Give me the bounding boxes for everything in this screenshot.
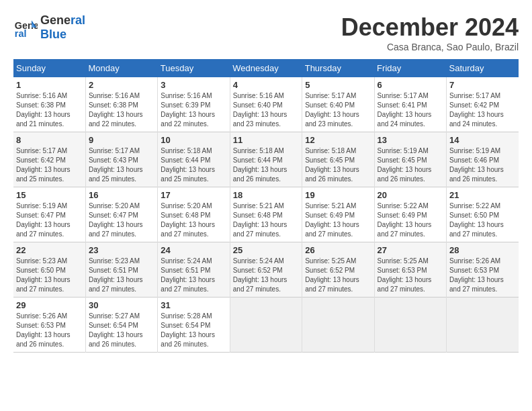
day-number: 26: [305, 245, 371, 255]
col-header-thursday: Thursday: [302, 59, 374, 77]
day-number: 14: [449, 135, 516, 145]
calendar-cell: 30 Sunrise: 5:27 AMSunset: 6:54 PMDaylig…: [85, 298, 157, 353]
day-detail: Sunrise: 5:17 AMSunset: 6:40 PMDaylight:…: [305, 91, 371, 129]
week-row-2: 8 Sunrise: 5:17 AMSunset: 6:42 PMDayligh…: [13, 132, 519, 187]
calendar-cell: 14 Sunrise: 5:19 AMSunset: 6:46 PMDaylig…: [447, 132, 519, 187]
day-number: 19: [305, 190, 371, 200]
calendar-table: SundayMondayTuesdayWednesdayThursdayFrid…: [13, 59, 519, 353]
day-detail: Sunrise: 5:18 AMSunset: 6:44 PMDaylight:…: [161, 146, 226, 184]
day-detail: Sunrise: 5:26 AMSunset: 6:53 PMDaylight:…: [16, 312, 83, 349]
calendar-cell: 25 Sunrise: 5:24 AMSunset: 6:52 PMDaylig…: [230, 242, 302, 298]
calendar-cell: 18 Sunrise: 5:21 AMSunset: 6:48 PMDaylig…: [230, 187, 302, 242]
calendar-cell: 16 Sunrise: 5:20 AMSunset: 6:47 PMDaylig…: [85, 187, 157, 242]
day-detail: Sunrise: 5:24 AMSunset: 6:51 PMDaylight:…: [161, 257, 226, 294]
day-number: 9: [89, 135, 154, 145]
day-number: 25: [233, 245, 299, 255]
day-detail: Sunrise: 5:22 AMSunset: 6:50 PMDaylight:…: [449, 201, 516, 239]
day-detail: Sunrise: 5:16 AMSunset: 6:39 PMDaylight:…: [161, 91, 226, 129]
day-detail: Sunrise: 5:24 AMSunset: 6:52 PMDaylight:…: [233, 257, 299, 294]
calendar-cell: 15 Sunrise: 5:19 AMSunset: 6:47 PMDaylig…: [13, 187, 85, 242]
day-detail: Sunrise: 5:25 AMSunset: 6:53 PMDaylight:…: [378, 257, 443, 294]
week-row-1: 1 Sunrise: 5:16 AMSunset: 6:38 PMDayligh…: [13, 77, 519, 132]
calendar-cell: 22 Sunrise: 5:23 AMSunset: 6:50 PMDaylig…: [13, 242, 85, 298]
day-detail: Sunrise: 5:16 AMSunset: 6:40 PMDaylight:…: [233, 91, 299, 129]
logo-icon: Gene ral: [13, 15, 38, 40]
calendar-cell: 12 Sunrise: 5:18 AMSunset: 6:45 PMDaylig…: [302, 132, 374, 187]
col-header-saturday: Saturday: [447, 59, 519, 77]
calendar-cell: 3 Sunrise: 5:16 AMSunset: 6:39 PMDayligh…: [158, 77, 230, 132]
calendar-cell: 9 Sunrise: 5:17 AMSunset: 6:43 PMDayligh…: [85, 132, 157, 187]
day-number: 24: [161, 245, 226, 255]
calendar-cell: 8 Sunrise: 5:17 AMSunset: 6:42 PMDayligh…: [13, 132, 85, 187]
day-detail: Sunrise: 5:21 AMSunset: 6:48 PMDaylight:…: [233, 201, 299, 239]
day-detail: Sunrise: 5:22 AMSunset: 6:49 PMDaylight:…: [378, 201, 443, 239]
day-number: 29: [16, 300, 83, 310]
day-detail: Sunrise: 5:20 AMSunset: 6:48 PMDaylight:…: [161, 201, 226, 239]
day-number: 12: [305, 135, 371, 145]
day-number: 3: [161, 80, 226, 90]
calendar-cell: 7 Sunrise: 5:17 AMSunset: 6:42 PMDayligh…: [447, 77, 519, 132]
day-detail: Sunrise: 5:16 AMSunset: 6:38 PMDaylight:…: [16, 91, 83, 129]
calendar-cell: 13 Sunrise: 5:19 AMSunset: 6:45 PMDaylig…: [374, 132, 446, 187]
calendar-cell: [230, 298, 302, 353]
calendar-cell: 19 Sunrise: 5:21 AMSunset: 6:49 PMDaylig…: [302, 187, 374, 242]
calendar-cell: 24 Sunrise: 5:24 AMSunset: 6:51 PMDaylig…: [158, 242, 230, 298]
day-number: 23: [89, 245, 154, 255]
col-header-wednesday: Wednesday: [230, 59, 302, 77]
day-number: 16: [89, 190, 154, 200]
day-detail: Sunrise: 5:25 AMSunset: 6:52 PMDaylight:…: [305, 257, 371, 294]
calendar-cell: 21 Sunrise: 5:22 AMSunset: 6:50 PMDaylig…: [447, 187, 519, 242]
day-detail: Sunrise: 5:17 AMSunset: 6:41 PMDaylight:…: [378, 91, 443, 129]
day-number: 30: [89, 300, 154, 310]
day-detail: Sunrise: 5:18 AMSunset: 6:45 PMDaylight:…: [305, 146, 371, 184]
day-number: 27: [378, 245, 443, 255]
calendar-cell: 6 Sunrise: 5:17 AMSunset: 6:41 PMDayligh…: [374, 77, 446, 132]
calendar-cell: 26 Sunrise: 5:25 AMSunset: 6:52 PMDaylig…: [302, 242, 374, 298]
day-detail: Sunrise: 5:18 AMSunset: 6:44 PMDaylight:…: [233, 146, 299, 184]
day-number: 22: [16, 245, 83, 255]
calendar-cell: 5 Sunrise: 5:17 AMSunset: 6:40 PMDayligh…: [302, 77, 374, 132]
day-detail: Sunrise: 5:19 AMSunset: 6:46 PMDaylight:…: [449, 146, 516, 184]
day-detail: Sunrise: 5:19 AMSunset: 6:47 PMDaylight:…: [16, 201, 83, 239]
week-row-5: 29 Sunrise: 5:26 AMSunset: 6:53 PMDaylig…: [13, 298, 519, 353]
day-detail: Sunrise: 5:23 AMSunset: 6:51 PMDaylight:…: [89, 257, 154, 294]
logo-line2: Blue: [40, 28, 85, 42]
calendar-cell: [302, 298, 374, 353]
week-row-4: 22 Sunrise: 5:23 AMSunset: 6:50 PMDaylig…: [13, 242, 519, 298]
calendar-cell: 2 Sunrise: 5:16 AMSunset: 6:38 PMDayligh…: [85, 77, 157, 132]
col-header-friday: Friday: [374, 59, 446, 77]
page-header: Gene ral General Blue December 2024 Casa…: [13, 13, 519, 52]
day-number: 5: [305, 80, 371, 90]
day-number: 21: [449, 190, 516, 200]
calendar-cell: 10 Sunrise: 5:18 AMSunset: 6:44 PMDaylig…: [158, 132, 230, 187]
day-number: 31: [161, 300, 226, 310]
col-header-monday: Monday: [85, 59, 157, 77]
col-header-sunday: Sunday: [13, 59, 85, 77]
day-detail: Sunrise: 5:17 AMSunset: 6:42 PMDaylight:…: [449, 91, 516, 129]
day-detail: Sunrise: 5:19 AMSunset: 6:45 PMDaylight:…: [378, 146, 443, 184]
calendar-cell: 31 Sunrise: 5:28 AMSunset: 6:54 PMDaylig…: [158, 298, 230, 353]
day-number: 2: [89, 80, 154, 90]
calendar-cell: 17 Sunrise: 5:20 AMSunset: 6:48 PMDaylig…: [158, 187, 230, 242]
day-number: 10: [161, 135, 226, 145]
day-number: 15: [16, 190, 83, 200]
week-row-3: 15 Sunrise: 5:19 AMSunset: 6:47 PMDaylig…: [13, 187, 519, 242]
calendar-cell: 23 Sunrise: 5:23 AMSunset: 6:51 PMDaylig…: [85, 242, 157, 298]
calendar-cell: 29 Sunrise: 5:26 AMSunset: 6:53 PMDaylig…: [13, 298, 85, 353]
day-number: 13: [378, 135, 443, 145]
calendar-cell: 1 Sunrise: 5:16 AMSunset: 6:38 PMDayligh…: [13, 77, 85, 132]
day-detail: Sunrise: 5:23 AMSunset: 6:50 PMDaylight:…: [16, 257, 83, 294]
title-block: December 2024 Casa Branca, Sao Paulo, Br…: [341, 13, 519, 52]
calendar-cell: 11 Sunrise: 5:18 AMSunset: 6:44 PMDaylig…: [230, 132, 302, 187]
day-detail: Sunrise: 5:26 AMSunset: 6:53 PMDaylight:…: [449, 257, 516, 294]
day-number: 20: [378, 190, 443, 200]
day-number: 18: [233, 190, 299, 200]
calendar-cell: [374, 298, 446, 353]
day-detail: Sunrise: 5:28 AMSunset: 6:54 PMDaylight:…: [161, 312, 226, 349]
day-detail: Sunrise: 5:27 AMSunset: 6:54 PMDaylight:…: [89, 312, 154, 349]
location: Casa Branca, Sao Paulo, Brazil: [341, 42, 519, 52]
logo-line1: General: [40, 13, 85, 28]
calendar-cell: [447, 298, 519, 353]
day-number: 28: [449, 245, 516, 255]
calendar-cell: 4 Sunrise: 5:16 AMSunset: 6:40 PMDayligh…: [230, 77, 302, 132]
